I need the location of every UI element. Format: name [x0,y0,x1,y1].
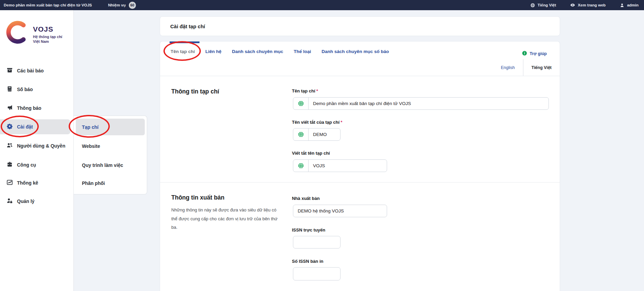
vojs-logo-ring-icon [4,20,30,46]
journal-initials-input[interactable] [309,129,340,140]
tab-categories[interactable]: Thể loại [294,49,311,54]
user-menu-button[interactable]: admin [620,3,639,7]
top-bar: Demo phần mềm xuất bản tạp chí điện tử V… [0,0,644,10]
tab-issue-sections[interactable]: Danh sách chuyên mục số báo [321,49,389,54]
field-label-journal-abbreviation: Viết tắt tên tạp chí [292,151,330,156]
field-label-online-issn: ISSN trực tuyến [292,227,325,233]
section-divider [160,182,560,183]
user-icon [620,3,624,7]
submenu-item-label: Tạp chí [82,124,99,130]
submenu-item-workflow[interactable]: Quy trình làm việc [76,158,145,173]
view-site-button[interactable]: Xem trang web [570,3,606,7]
sidebar-item-settings[interactable]: Cài đặt [0,119,70,134]
journal-abbreviation-field [293,159,387,172]
vojs-logo-text: VOJS Hệ thống tạp chí Việt Nam [33,20,62,46]
required-marker: * [316,88,318,93]
submenu-item-label: Website [82,143,100,149]
articles-archive-icon [7,67,13,74]
help-label: Trợ giúp [529,51,547,56]
sidebar: VOJS Hệ thống tạp chí Việt Nam Các bài b… [0,10,74,291]
settings-gear-icon [7,123,13,130]
field-label-journal-initials: Tên viết tắt của tạp chí* [292,120,342,125]
sidebar-item-label: Công cụ [17,162,36,168]
field-label-journal-title: Tên tạp chí* [292,88,318,93]
journal-title-field [293,97,549,110]
section-heading-publishing-info: Thông tin xuất bản [171,194,225,201]
masthead-form: Thông tin tạp chí Tên tạp chí* Tên viết … [160,76,560,291]
print-issn-field [293,267,341,280]
sidebar-item-statistics[interactable]: Thống kê [0,175,70,190]
submenu-item-website[interactable]: Website [76,139,145,154]
vojs-logo[interactable]: VOJS Hệ thống tạp chí Việt Nam [4,20,62,46]
logo-brand: VOJS [33,25,62,33]
journal-abbreviation-input[interactable] [309,160,387,172]
sidebar-item-label: Số báo [17,87,33,92]
publishing-info-description: Những thông tin này sẽ được đưa vào siêu… [171,206,283,232]
app-screen: Demo phần mềm xuất bản tạp chí điện tử V… [0,0,644,291]
tasks-label: Nhiệm vụ [108,3,126,7]
announcements-megaphone-icon [7,105,13,112]
help-button[interactable]: Trợ giúp [522,51,547,57]
submenu-item-journal[interactable]: Tạp chí [76,119,145,135]
sidebar-item-label: Quản lý [17,199,34,204]
logo-tagline: Hệ thống tạp chí Việt Nam [33,34,62,44]
help-info-icon [522,51,527,57]
sidebar-item-label: Thống kê [17,180,38,186]
view-site-label: Xem trang web [578,3,606,7]
tab-masthead[interactable]: Tên tạp chí [171,49,195,54]
required-marker: * [341,120,342,125]
submenu-item-label: Phân phối [82,181,105,186]
online-issn-input[interactable] [293,236,340,248]
active-tab-indicator [170,41,199,43]
journal-settings-card: Tên tạp chí Liên hệ Danh sách chuyên mục… [160,41,560,291]
tasks-count-badge: 60 [129,2,136,9]
sidebar-item-issues[interactable]: Số báo [0,82,70,97]
multilingual-globe-icon [293,129,309,140]
tools-briefcase-icon [7,161,13,168]
submenu-item-distribution[interactable]: Phân phối [76,176,145,191]
language-menu-button[interactable]: Tiếng Việt [530,3,556,7]
print-issn-input[interactable] [293,268,340,280]
language-menu-label: Tiếng Việt [538,3,556,7]
administration-user-lock-icon [7,198,13,205]
journal-initials-field [293,128,341,141]
form-language-tabs: English Tiếng Việt [493,59,560,76]
sidebar-item-announcements[interactable]: Thông báo [0,101,70,116]
sidebar-item-tools[interactable]: Công cụ [0,157,70,172]
settings-submenu: Tạp chí Website Quy trình làm việc Phân … [74,116,147,194]
sidebar-item-label: Các bài báo [17,68,44,73]
sidebar-item-articles[interactable]: Các bài báo [0,63,70,78]
page-header-card: Cài đặt tạp chí [160,16,560,36]
online-issn-field [293,236,341,249]
globe-icon [530,3,535,7]
publisher-field [293,205,387,217]
multilingual-globe-icon [293,160,309,172]
sidebar-item-users-roles[interactable]: Người dùng & Quyền [0,138,70,153]
field-label-print-issn: Số ISSN bản in [292,259,323,264]
tasks-button[interactable]: Nhiệm vụ 60 [108,0,136,10]
sidebar-item-label: Thông báo [17,105,41,111]
sidebar-item-label: Người dùng & Quyền [17,143,65,149]
section-heading-journal-info: Thông tin tạp chí [171,88,219,95]
field-label-publisher: Nhà xuất bản [292,196,320,201]
eye-icon [570,3,575,7]
sidebar-item-label: Cài đặt [17,124,33,130]
page-title: Cài đặt tạp chí [170,23,205,29]
sidebar-item-administration[interactable]: Quản lý [0,194,70,209]
username: admin [627,3,639,7]
submenu-item-label: Quy trình làm việc [82,162,123,168]
statistics-chart-icon [7,179,13,186]
multilingual-globe-icon [293,98,309,109]
tab-sections[interactable]: Danh sách chuyên mục [232,49,283,54]
lang-tab-english[interactable]: English [493,59,523,76]
app-title: Demo phần mềm xuất bản tạp chí điện tử V… [4,0,92,10]
journal-title-input[interactable] [309,98,549,109]
tab-contact[interactable]: Liên hệ [205,49,221,54]
settings-tab-bar: Tên tạp chí Liên hệ Danh sách chuyên mục… [171,49,389,54]
top-bar-actions: Tiếng Việt Xem trang web admin [530,0,639,10]
lang-tab-vietnamese[interactable]: Tiếng Việt [523,59,560,76]
publisher-input[interactable] [293,205,387,217]
issues-book-icon [7,86,13,93]
users-roles-icon [7,142,13,149]
